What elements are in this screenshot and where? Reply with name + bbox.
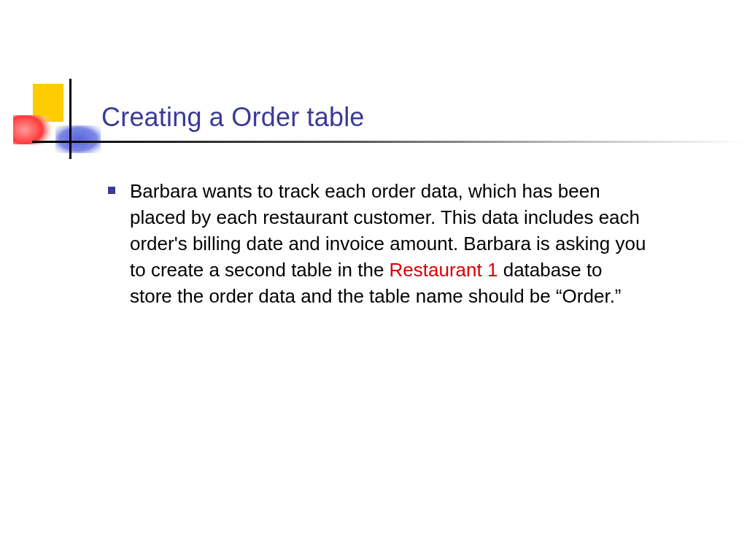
slide: Creating a Order table Barbara wants to … [0,0,747,560]
bullet-text: Barbara wants to track each order data, … [130,178,648,309]
svg-rect-0 [33,84,63,122]
body-emphasis: Restaurant 1 [390,259,498,281]
slide-title: Creating a Order table [101,102,365,133]
slide-decoration [0,0,747,168]
bullet-item: Barbara wants to track each order data, … [108,178,648,309]
svg-rect-2 [55,125,101,153]
svg-rect-1 [13,115,51,144]
svg-rect-3 [32,141,747,143]
slide-body: Barbara wants to track each order data, … [108,178,648,309]
svg-rect-4 [69,79,71,159]
bullet-icon [108,187,115,194]
